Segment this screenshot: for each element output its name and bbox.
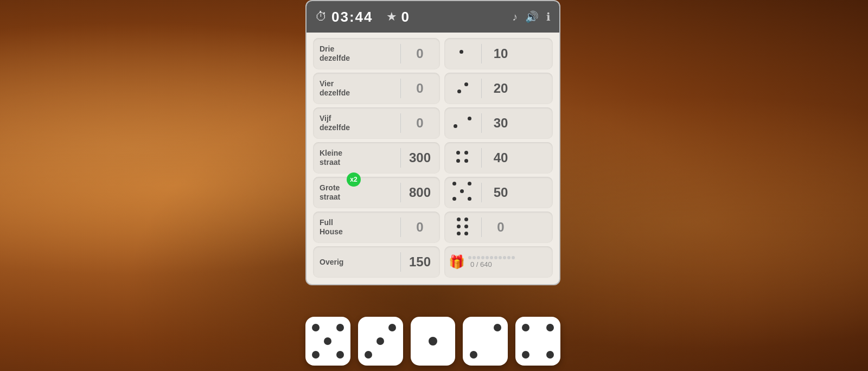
gift-progress-area: 0 / 640	[468, 256, 515, 268]
divider	[400, 183, 401, 202]
cell-vier-dezelfde-right[interactable]: 20	[444, 73, 553, 104]
dice-icon-3dots	[451, 117, 476, 130]
row-kleine-straat: Kleinestraat 300 40	[313, 142, 553, 174]
cell-gift-right[interactable]: 🎁 0 / 640	[444, 246, 553, 278]
value-vijf-dezelfde: 0	[406, 116, 433, 131]
dice-tray	[305, 317, 560, 366]
divider	[400, 218, 401, 237]
value-full-house: 0	[406, 220, 433, 235]
top-bar: ⏱ 03:44 ★ 0 ♪ 🔊 ℹ	[307, 1, 559, 33]
divider	[481, 218, 482, 237]
dice-icon-6dots	[451, 218, 476, 237]
star-icon: ★	[386, 10, 397, 24]
top-bar-right: ♪ 🔊 ℹ	[512, 10, 551, 23]
music-icon[interactable]: ♪	[512, 11, 518, 23]
dice-icon-4dots	[451, 151, 476, 165]
row-vier-dezelfde: Vierdezelfde 0 20	[313, 73, 553, 104]
cell-vijf-dezelfde-right[interactable]: 30	[444, 107, 553, 139]
label-overig: Overig	[320, 258, 395, 267]
label-vier-dezelfde: Vierdezelfde	[320, 79, 395, 98]
label-kleine-straat: Kleinestraat	[320, 149, 395, 167]
dice-icon-1dot	[451, 50, 476, 57]
row-drie-dezelfde: Driedezelfde 0 10	[313, 38, 553, 69]
top-bar-left: ⏱ 03:44 ★ 0	[315, 9, 507, 25]
value-vier-dezelfde: 0	[406, 81, 433, 96]
divider	[400, 148, 401, 168]
progress-dots	[468, 256, 515, 259]
die-3[interactable]	[411, 317, 456, 366]
divider	[400, 44, 401, 63]
row-grote-straat: x2 Grotestraat 800	[313, 177, 553, 208]
value-right-5: 50	[487, 185, 514, 200]
cell-kleine-straat-right[interactable]: 40	[444, 142, 553, 174]
cell-full-house-right[interactable]: 0	[444, 212, 553, 243]
dice-icon-5dots	[451, 182, 476, 203]
value-right-6: 0	[487, 220, 514, 235]
value-kleine-straat: 300	[406, 150, 433, 165]
cell-grote-straat-left[interactable]: x2 Grotestraat 800	[313, 177, 440, 208]
cell-vier-dezelfde-left[interactable]: Vierdezelfde 0	[313, 73, 440, 104]
divider	[400, 113, 401, 133]
value-drie-dezelfde: 0	[406, 46, 433, 61]
divider	[481, 113, 482, 133]
value-right-1: 10	[487, 46, 514, 61]
die-4[interactable]	[463, 317, 508, 366]
clock-icon: ⏱	[315, 10, 327, 24]
die-2[interactable]	[358, 317, 403, 366]
die-5[interactable]	[515, 317, 560, 366]
value-grote-straat: 800	[406, 185, 433, 200]
label-vijf-dezelfde: Vijfdezelfde	[320, 114, 395, 132]
row-full-house: FullHouse 0 0	[313, 212, 553, 243]
divider	[400, 252, 401, 272]
die-1[interactable]	[305, 317, 350, 366]
gift-progress-text: 0 / 640	[470, 260, 492, 268]
info-icon[interactable]: ℹ	[546, 10, 551, 23]
score-rows: Driedezelfde 0 10 Vierdezelfde 0	[307, 33, 559, 284]
cell-overig-left[interactable]: Overig 150	[313, 246, 440, 278]
dice-icon-2dots	[451, 82, 476, 94]
sound-icon[interactable]: 🔊	[525, 10, 539, 23]
value-right-2: 20	[487, 81, 514, 96]
value-right-4: 40	[487, 150, 514, 165]
cell-kleine-straat-left[interactable]: Kleinestraat 300	[313, 142, 440, 174]
value-overig: 150	[406, 254, 433, 270]
multiplier-badge: x2	[347, 172, 361, 187]
score-display: 0	[401, 9, 409, 25]
cell-drie-dezelfde-right[interactable]: 10	[444, 38, 553, 69]
value-right-3: 30	[487, 116, 514, 131]
divider	[400, 79, 401, 98]
divider	[481, 44, 482, 63]
dot	[459, 50, 463, 54]
cell-full-house-left[interactable]: FullHouse 0	[313, 212, 440, 243]
label-full-house: FullHouse	[320, 218, 395, 236]
row-overig: Overig 150 🎁	[313, 246, 553, 278]
game-panel: ⏱ 03:44 ★ 0 ♪ 🔊 ℹ Driedezelfde 0	[305, 0, 560, 285]
label-grote-straat: Grotestraat	[320, 183, 395, 202]
cell-grote-straat-right[interactable]: 50	[444, 177, 553, 208]
divider	[481, 148, 482, 168]
gift-icon: 🎁	[449, 254, 465, 270]
divider	[481, 183, 482, 202]
label-drie-dezelfde: Driedezelfde	[320, 44, 395, 63]
cell-vijf-dezelfde-left[interactable]: Vijfdezelfde 0	[313, 107, 440, 139]
divider	[481, 79, 482, 98]
timer-display: 03:44	[331, 9, 373, 25]
cell-drie-dezelfde-left[interactable]: Driedezelfde 0	[313, 38, 440, 69]
row-vijf-dezelfde: Vijfdezelfde 0 30	[313, 107, 553, 139]
